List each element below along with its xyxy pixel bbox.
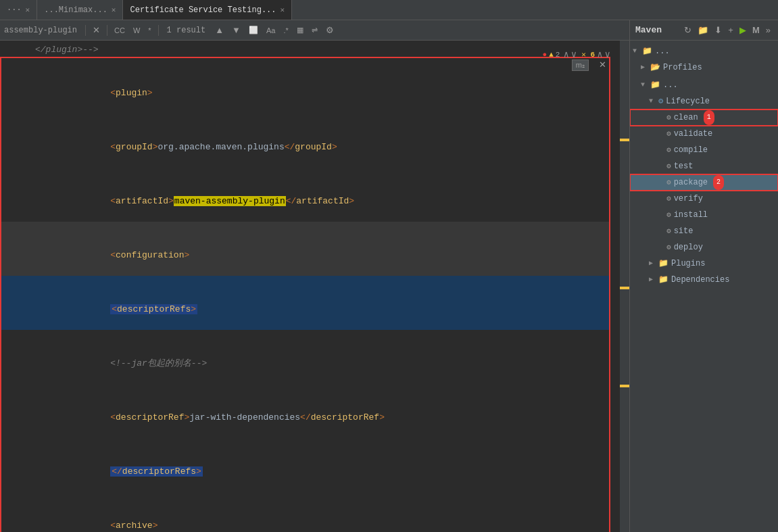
red-dot-indicator: ● bbox=[543, 51, 548, 59]
right-gutter bbox=[620, 41, 629, 532]
phase-compile-label: compile bbox=[674, 143, 708, 158]
clean-badge: 1 bbox=[704, 110, 714, 125]
clean-gear-icon: ⚙ bbox=[666, 110, 671, 125]
match-word-btn[interactable]: ⬜ bbox=[246, 24, 261, 36]
install-gear-icon: ⚙ bbox=[666, 208, 671, 222]
toolbar-sep-1 bbox=[85, 25, 86, 36]
tab-1[interactable]: ··· ✕ bbox=[0, 0, 37, 20]
maven-header: Maven ↻ 📁 ⬇ + ▶ M » bbox=[630, 20, 778, 41]
chevron-up-icon-2[interactable]: ∧ bbox=[597, 49, 602, 60]
main-layout: assembly-plugin ✕ CC W * 1 result ▲ ▼ ⬜ … bbox=[0, 20, 778, 532]
compile-gear-icon: ⚙ bbox=[666, 143, 671, 158]
project-folder-icon: 📁 bbox=[650, 78, 660, 93]
toolbar-close-btn[interactable]: ✕ bbox=[90, 24, 103, 37]
package-gear-icon: ⚙ bbox=[666, 175, 671, 190]
tree-plugins[interactable]: ▶ 📁 Plugins bbox=[630, 256, 778, 272]
code-line-artifactid: <artifactId>maven-assembly-plugin</artif… bbox=[1, 168, 609, 222]
phase-verify-label: verify bbox=[674, 191, 703, 206]
maven-run-btn[interactable]: ▶ bbox=[737, 24, 748, 36]
code-line-descriptorrefs-close: </descriptorRefs> bbox=[1, 438, 609, 492]
prev-result-btn[interactable]: ▲ bbox=[212, 24, 226, 37]
tree-project[interactable]: ▼ 📁 ... bbox=[630, 77, 778, 93]
filter-btn[interactable]: ⚙ bbox=[323, 24, 337, 37]
tree-profiles[interactable]: ▶ 📂 Profiles bbox=[630, 59, 778, 76]
verify-gear-icon: ⚙ bbox=[666, 191, 671, 206]
tab-3[interactable]: Certificate Service Testing... ✕ bbox=[123, 0, 292, 20]
warning-dot-indicator: ▲ bbox=[549, 51, 554, 59]
plugins-label: Plugins bbox=[671, 256, 705, 271]
phase-package-label: package bbox=[674, 175, 708, 190]
descriptorrefs-close-highlight: </descriptorRefs> bbox=[110, 466, 203, 477]
maven-arrow-btn[interactable]: » bbox=[764, 24, 773, 36]
toolbar-star-btn[interactable]: * bbox=[145, 25, 153, 36]
toolbar-sep-2 bbox=[107, 25, 107, 36]
tree-phase-site[interactable]: ⚙ site bbox=[630, 223, 778, 239]
code-line-descriptorrefs-open: <descriptorRefs> bbox=[1, 276, 609, 330]
code-line-comment-top: </plugin>--> bbox=[0, 43, 620, 57]
tree-lifecycle[interactable]: ▼ ⚙ Lifecycle bbox=[630, 93, 778, 110]
toolbar-cc-btn[interactable]: CC bbox=[112, 25, 128, 36]
phase-test-label: test bbox=[674, 159, 694, 174]
phase-site-label: site bbox=[674, 224, 694, 239]
code-container: </plugin>--> ● ▲ 2 ∧ ∨ ✕ 6 ∧ ∨ bbox=[0, 41, 629, 532]
maven-panel: Maven ↻ 📁 ⬇ + ▶ M » ▼ 📁 ... ▶ 📂 bbox=[629, 20, 778, 532]
search-result-label: 1 result bbox=[167, 26, 206, 35]
tabs-bar: ··· ✕ ...Minimax... ✕ Certificate Servic… bbox=[0, 0, 778, 20]
gutter-mark-warning-2 bbox=[620, 287, 629, 289]
tree-phase-deploy[interactable]: ⚙ deploy bbox=[630, 239, 778, 256]
maven-download-btn[interactable]: ⬇ bbox=[712, 24, 724, 36]
match-case-btn[interactable]: Aa bbox=[264, 25, 278, 36]
gutter-mark-warning bbox=[620, 139, 629, 141]
tree-phase-compile[interactable]: ⚙ compile bbox=[630, 142, 778, 158]
lifecycle-label: Lifecycle bbox=[666, 94, 710, 109]
tree-phase-validate[interactable]: ⚙ validate bbox=[630, 126, 778, 142]
next-result-btn[interactable]: ▼ bbox=[229, 24, 243, 37]
tree-phase-verify[interactable]: ⚙ verify bbox=[630, 191, 778, 207]
site-gear-icon: ⚙ bbox=[666, 224, 671, 239]
tree-phase-clean[interactable]: ⚙ clean 1 bbox=[630, 110, 778, 126]
chevron-up-icon[interactable]: ∧ bbox=[563, 49, 568, 60]
tab-3-label: Certificate Service Testing... bbox=[130, 5, 276, 15]
in-selection-btn[interactable]: ▦ bbox=[294, 24, 306, 36]
highlight-artifactid: maven-assembly-plugin bbox=[174, 196, 286, 206]
maven-m-btn[interactable]: M bbox=[750, 24, 762, 36]
tab-2-close[interactable]: ✕ bbox=[112, 5, 116, 14]
deps-folder-icon: 📁 bbox=[658, 272, 668, 287]
tab-2[interactable]: ...Minimax... ✕ bbox=[37, 0, 123, 20]
root-expand-icon: ▼ bbox=[633, 44, 641, 59]
tree-dependencies[interactable]: ▶ 📁 Dependencies bbox=[630, 272, 778, 288]
plugins-folder-icon: 📁 bbox=[658, 256, 668, 271]
close-overlay-btn[interactable]: ✕ bbox=[599, 59, 606, 70]
regex-btn[interactable]: .* bbox=[281, 25, 291, 36]
tab-1-close[interactable]: ✕ bbox=[26, 5, 30, 14]
lifecycle-icon: ⚙ bbox=[658, 94, 663, 109]
tree-project-label: ... bbox=[663, 78, 678, 93]
tree-phase-test[interactable]: ⚙ test bbox=[630, 158, 778, 174]
tab-3-close[interactable]: ✕ bbox=[281, 5, 285, 14]
tree-root[interactable]: ▼ 📁 ... bbox=[630, 43, 778, 59]
chevron-down-icon[interactable]: ∨ bbox=[571, 49, 577, 60]
tab-1-label: ··· bbox=[7, 5, 22, 15]
code-scroll[interactable]: </plugin>--> ● ▲ 2 ∧ ∨ ✕ 6 ∧ ∨ bbox=[0, 41, 620, 532]
plugins-expand-icon: ▶ bbox=[649, 256, 657, 271]
count-badge-2: 2 bbox=[556, 51, 560, 59]
phase-clean-label: clean bbox=[674, 110, 698, 125]
phase-deploy-label: deploy bbox=[674, 240, 703, 255]
code-line-groupid: <groupId>org.apache.maven.plugins</group… bbox=[1, 114, 609, 168]
code-line-plugin-open: <plugin> bbox=[1, 59, 609, 114]
mg-button[interactable]: m₂ bbox=[572, 59, 589, 71]
toolbar-w-btn[interactable]: W bbox=[130, 25, 143, 36]
maven-add-btn[interactable]: + bbox=[726, 24, 735, 36]
profiles-label: Profiles bbox=[663, 60, 702, 75]
maven-refresh-btn[interactable]: ↻ bbox=[682, 24, 694, 36]
tree-phase-package[interactable]: ⚙ package 2 bbox=[630, 174, 778, 191]
preserve-case-btn[interactable]: ⇌ bbox=[309, 24, 320, 36]
editor-area: assembly-plugin ✕ CC W * 1 result ▲ ▼ ⬜ … bbox=[0, 20, 629, 532]
chevron-down-icon-2[interactable]: ∨ bbox=[605, 49, 610, 60]
maven-folder-btn[interactable]: 📁 bbox=[696, 24, 710, 36]
code-line-archive: <archive> bbox=[1, 492, 609, 532]
code-line-descriptorref: <descriptorRef>jar-with-dependencies</de… bbox=[1, 384, 609, 438]
toolbar-sep-3 bbox=[158, 25, 159, 36]
dependencies-label: Dependencies bbox=[671, 272, 729, 287]
tree-phase-install[interactable]: ⚙ install bbox=[630, 207, 778, 223]
